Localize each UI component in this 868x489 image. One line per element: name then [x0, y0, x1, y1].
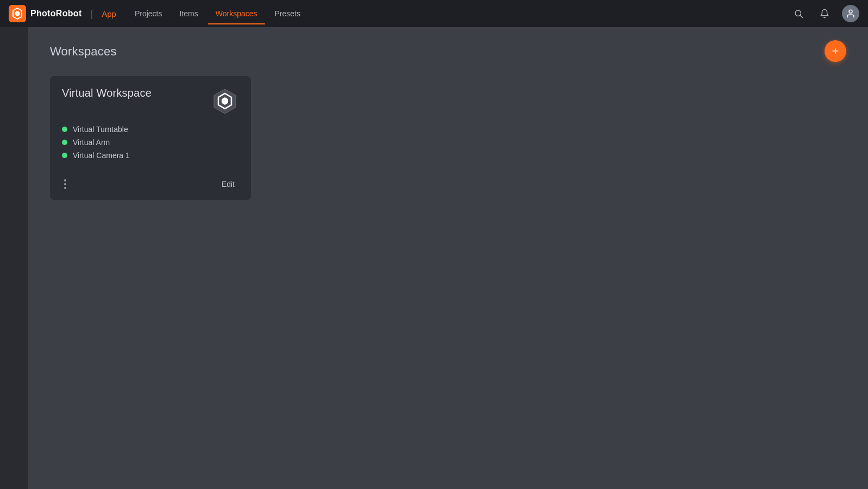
svg-point-3	[849, 10, 852, 13]
add-icon: +	[832, 45, 839, 57]
workspaces-grid: Virtual Workspace Virtual Turntable	[50, 76, 846, 200]
device-name-camera1: Virtual Camera 1	[73, 151, 130, 160]
notifications-button[interactable]	[816, 5, 833, 22]
brand-divider: |	[91, 8, 93, 20]
add-workspace-button[interactable]: +	[825, 40, 846, 62]
photrobot-logo-icon	[9, 5, 26, 22]
more-dot-3	[64, 187, 66, 189]
main-content: Workspaces + Virtual Workspace	[28, 27, 868, 489]
workspace-edit-button[interactable]: Edit	[217, 178, 239, 191]
brand-name: PhotoRobot	[30, 9, 82, 18]
search-icon	[794, 9, 803, 18]
workspace-logo-icon	[211, 87, 239, 115]
nav-links: Projects Items Workspaces Presets	[127, 6, 308, 21]
avatar-icon	[846, 9, 856, 18]
device-item-turntable: Virtual Turntable	[62, 125, 239, 134]
nav-link-items[interactable]: Items	[172, 6, 206, 21]
device-status-dot-arm	[62, 140, 67, 145]
workspace-devices: Virtual Turntable Virtual Arm Virtual Ca…	[62, 125, 239, 160]
nav-link-projects[interactable]: Projects	[127, 6, 170, 21]
svg-line-2	[800, 15, 802, 17]
workspace-card-footer: Edit	[62, 173, 239, 191]
layout: Workspaces + Virtual Workspace	[0, 27, 868, 489]
device-name-arm: Virtual Arm	[73, 138, 110, 147]
device-name-turntable: Virtual Turntable	[73, 125, 128, 134]
more-dot-1	[64, 179, 66, 181]
workspace-card-header: Virtual Workspace	[62, 87, 239, 115]
bell-icon	[820, 9, 829, 18]
device-status-dot-turntable	[62, 127, 67, 132]
avatar[interactable]	[842, 5, 859, 22]
brand: PhotoRobot | App	[9, 5, 116, 22]
device-status-dot-camera1	[62, 153, 67, 158]
device-item-camera1: Virtual Camera 1	[62, 151, 239, 160]
brand-app-label: App	[102, 9, 116, 18]
page-header: Workspaces	[50, 45, 846, 59]
sidebar	[0, 27, 28, 489]
search-button[interactable]	[790, 5, 807, 22]
workspace-more-button[interactable]	[62, 177, 68, 191]
nav-link-workspaces[interactable]: Workspaces	[208, 6, 265, 21]
device-item-arm: Virtual Arm	[62, 138, 239, 147]
nav-link-presets[interactable]: Presets	[267, 6, 308, 21]
navbar-right	[790, 5, 859, 22]
workspace-card: Virtual Workspace Virtual Turntable	[50, 76, 251, 200]
workspace-card-title: Virtual Workspace	[62, 87, 152, 99]
navbar: PhotoRobot | App Projects Items Workspac…	[0, 0, 868, 27]
more-dot-2	[64, 183, 66, 185]
page-title: Workspaces	[50, 45, 117, 59]
